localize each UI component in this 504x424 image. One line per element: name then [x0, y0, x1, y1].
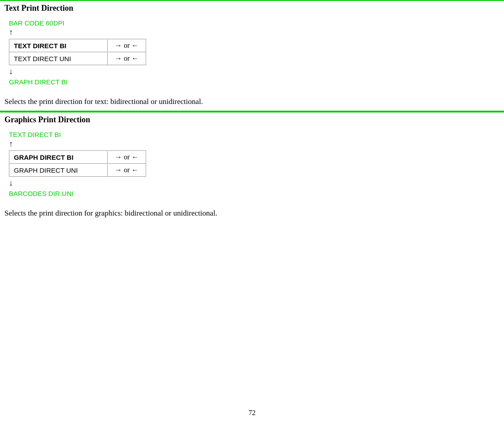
cell-text-direct-bi-label: TEXT DIRECT BI	[9, 40, 108, 52]
table-graphics-direction: GRAPH DIRECT BI → or ← GRAPH DIRECT UNI …	[9, 150, 146, 177]
cell-graph-direct-bi-value: → or ←	[108, 151, 146, 163]
label-text-direct-bi: TEXT DIRECT BI	[9, 131, 495, 138]
cell-graph-direct-uni-value: → or ←	[108, 164, 146, 176]
cell-graph-direct-bi-label: GRAPH DIRECT BI	[9, 151, 108, 163]
section-text-print-direction: Text Print Direction BAR CODE 60DPI ↑ TE…	[0, 0, 504, 111]
table-row: TEXT DIRECT BI → or ←	[9, 39, 146, 52]
section-content-graphics-print: TEXT DIRECT BI ↑ GRAPH DIRECT BI → or ← …	[0, 126, 504, 203]
cell-text-direct-bi-value: → or ←	[108, 39, 146, 52]
label-bar-code-60dpi: BAR CODE 60DPI	[9, 19, 495, 27]
page-container: Text Print Direction BAR CODE 60DPI ↑ TE…	[0, 0, 504, 424]
arrow-down-text: ↓	[9, 67, 495, 76]
description-graphics-print: Selects the print direction for graphics…	[0, 203, 504, 222]
cell-graph-direct-uni-label: GRAPH DIRECT UNI	[9, 164, 108, 176]
page-number: 72	[248, 409, 256, 417]
label-graph-direct-bi: GRAPH DIRECT BI	[9, 78, 495, 86]
section-title-text-print: Text Print Direction	[0, 0, 504, 15]
cell-text-direct-uni-label: TEXT DIRECT UNI	[9, 53, 108, 65]
section-title-graphics-print: Graphics Print Direction	[0, 112, 504, 126]
description-text-print: Selects the print direction for text: bi…	[0, 91, 504, 111]
section-graphics-print-direction: Graphics Print Direction TEXT DIRECT BI …	[0, 112, 504, 222]
table-row: GRAPH DIRECT UNI → or ←	[9, 164, 146, 176]
section-content-text-print: BAR CODE 60DPI ↑ TEXT DIRECT BI → or ← T…	[0, 15, 504, 91]
table-row: GRAPH DIRECT BI → or ←	[9, 151, 146, 164]
label-barcodes-dir-uni: BARCODES DIR.UNI	[9, 190, 495, 197]
table-row: TEXT DIRECT UNI → or ←	[9, 52, 146, 65]
arrow-up-text: ↑	[9, 28, 495, 37]
arrow-up-graphics: ↑	[9, 139, 495, 149]
arrow-down-graphics: ↓	[9, 179, 495, 188]
cell-text-direct-uni-value: → or ←	[108, 52, 146, 65]
table-text-direction: TEXT DIRECT BI → or ← TEXT DIRECT UNI → …	[9, 39, 146, 65]
